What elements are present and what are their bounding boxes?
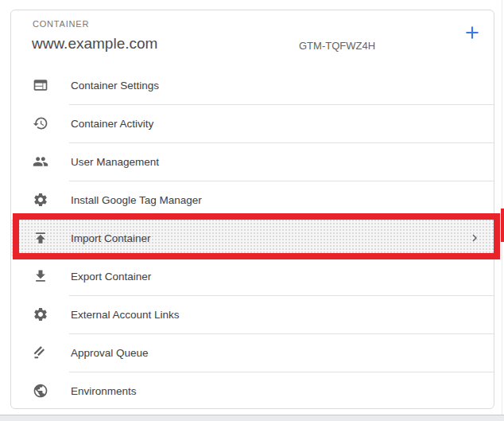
menu-item-user-management[interactable]: User Management xyxy=(11,142,494,181)
section-label: CONTAINER xyxy=(33,19,89,29)
menu-item-approval-queue[interactable]: Approval Queue xyxy=(11,333,494,372)
menu-item-label: External Account Links xyxy=(71,309,180,321)
gear-icon xyxy=(33,306,48,322)
menu-item-label: Approval Queue xyxy=(71,347,149,359)
web-icon xyxy=(33,77,48,93)
menu-item-label: Import Container xyxy=(71,232,151,244)
add-container-button[interactable] xyxy=(462,22,483,43)
chevron-right-icon xyxy=(467,231,482,245)
container-menu: Container SettingsContainer ActivityUser… xyxy=(11,66,494,410)
download-icon xyxy=(33,268,48,284)
menu-item-export-container[interactable]: Export Container xyxy=(11,257,494,295)
menu-item-label: User Management xyxy=(71,156,159,168)
menu-item-label: Install Google Tag Manager xyxy=(71,194,202,206)
history-icon xyxy=(33,115,48,131)
menu-item-container-settings[interactable]: Container Settings xyxy=(11,66,494,104)
menu-item-external-account-links[interactable]: External Account Links xyxy=(11,295,494,333)
menu-item-label: Export Container xyxy=(71,271,151,283)
page-right-border xyxy=(502,0,502,415)
menu-item-label: Container Activity xyxy=(71,118,153,130)
container-name: www.example.com xyxy=(32,35,157,53)
group-icon xyxy=(33,154,48,170)
menu-item-label: Container Settings xyxy=(71,80,159,92)
panel-header: CONTAINER www.example.com GTM-TQFWZ4H xyxy=(11,10,494,66)
page-bottom-divider xyxy=(0,415,504,421)
container-id: GTM-TQFWZ4H xyxy=(299,40,375,52)
menu-item-import-container[interactable]: Import Container xyxy=(11,219,494,257)
globe-icon xyxy=(33,383,48,399)
container-panel: CONTAINER www.example.com GTM-TQFWZ4H Co… xyxy=(10,10,494,409)
plus-icon xyxy=(462,33,483,45)
menu-item-label: Environments xyxy=(71,385,137,397)
menu-item-environments[interactable]: Environments xyxy=(11,372,494,410)
menu-item-container-activity[interactable]: Container Activity xyxy=(11,104,494,142)
menu-item-install-google-tag-manager[interactable]: Install Google Tag Manager xyxy=(11,181,494,219)
upload-icon xyxy=(33,230,48,246)
gear-icon xyxy=(33,192,48,208)
diagonal-lines-icon xyxy=(33,345,48,361)
